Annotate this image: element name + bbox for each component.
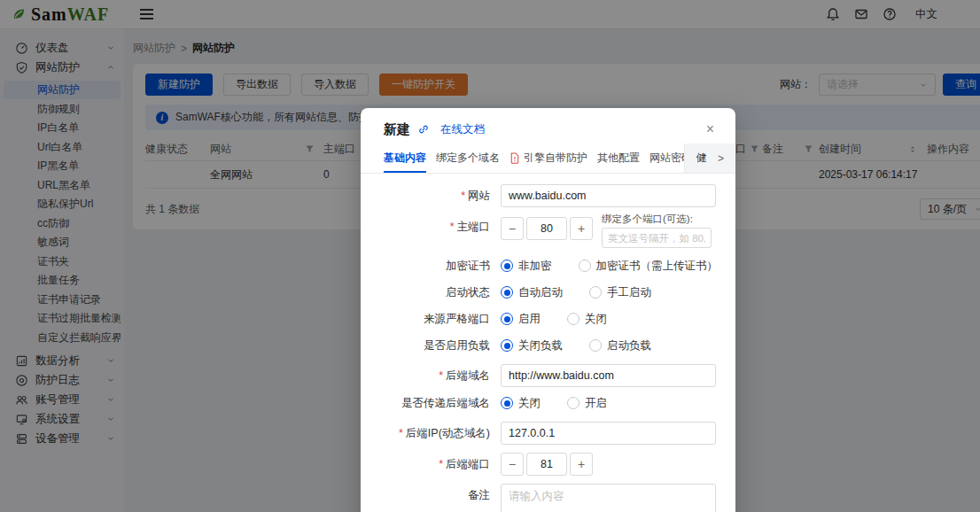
radio-unchecked-icon xyxy=(567,313,579,325)
field-label: 后端IP(动态域名) xyxy=(406,427,490,439)
radio-option-load-on[interactable]: 启动负载 xyxy=(589,338,651,353)
radio-checked-icon xyxy=(501,339,513,352)
radio-unchecked-icon xyxy=(589,286,602,299)
radio-checked-icon xyxy=(501,260,513,272)
required-mark: * xyxy=(399,427,403,439)
form-row-backend-port: *后端端口 − 81 + xyxy=(368,453,718,476)
main-port-value[interactable]: 80 xyxy=(526,217,567,240)
radio-option-auto-start[interactable]: 自动启动 xyxy=(501,285,563,300)
new-protection-modal: 新建 在线文档 × 基础内容 绑定多个域名 引擎自带防护 其他配置 网站密码访问… xyxy=(361,108,735,512)
tab-other-config[interactable]: 其他配置 xyxy=(597,144,640,173)
radio-unchecked-icon xyxy=(567,397,579,409)
required-mark: * xyxy=(450,221,455,233)
link-icon xyxy=(417,123,430,136)
modal-header: 新建 在线文档 × xyxy=(361,108,735,144)
stepper-minus-button[interactable]: − xyxy=(501,453,524,476)
required-mark: * xyxy=(439,458,443,470)
remark-textarea[interactable] xyxy=(501,484,716,512)
modal-title: 新建 xyxy=(384,121,410,138)
radio-option-no-encrypt[interactable]: 非加密 xyxy=(501,259,552,274)
field-label: 后端域名 xyxy=(446,369,490,382)
multi-port-input[interactable] xyxy=(602,228,712,248)
tabs-scroll-right-icon[interactable]: > xyxy=(718,152,724,165)
radio-option-enable[interactable]: 启用 xyxy=(501,312,541,327)
radio-option-manual-start[interactable]: 手工启动 xyxy=(589,285,651,300)
main-port-stepper: − 80 + xyxy=(501,217,593,240)
field-label: 主端口 xyxy=(457,221,491,233)
online-docs-link[interactable]: 在线文档 xyxy=(440,122,485,137)
field-label: 来源严格端口 xyxy=(368,311,501,327)
multi-port-label: 绑定多个端口(可选): xyxy=(602,213,712,226)
radio-option-pass-off[interactable]: 关闭 xyxy=(501,396,541,411)
radio-option-load-off[interactable]: 关闭负载 xyxy=(501,338,563,353)
form-row-remark: 备注 xyxy=(368,484,718,512)
close-icon[interactable]: × xyxy=(703,120,718,138)
tab-basic-content[interactable]: 基础内容 xyxy=(384,144,426,173)
backend-domain-input[interactable] xyxy=(501,364,716,387)
required-mark: * xyxy=(461,190,465,202)
form-row-backend-ip: *后端IP(动态域名) xyxy=(368,422,718,445)
field-label: 后端端口 xyxy=(446,458,490,470)
field-label: 加密证书 xyxy=(368,258,501,274)
radio-checked-icon xyxy=(501,397,513,409)
radio-unchecked-icon xyxy=(579,260,591,272)
radio-option-disable[interactable]: 关闭 xyxy=(567,312,607,327)
form-row-strict-port: 来源严格端口 启用 关闭 xyxy=(368,311,718,327)
field-label: 网站 xyxy=(468,190,490,202)
radio-option-pass-on[interactable]: 开启 xyxy=(567,396,607,411)
form-row-cert: 加密证书 非加密 加密证书（需上传证书） xyxy=(368,258,718,274)
stepper-plus-button[interactable]: + xyxy=(570,453,593,476)
modal-tabs: 基础内容 绑定多个域名 引擎自带防护 其他配置 网站密码访问 健 > xyxy=(361,144,735,174)
form-row-pass-domain: 是否传递后端域名 关闭 开启 xyxy=(368,395,718,411)
radio-unchecked-icon xyxy=(589,339,602,352)
form-row-website: *网站 xyxy=(368,184,718,207)
backend-port-value[interactable]: 81 xyxy=(526,453,567,476)
tab-engine-protection[interactable]: 引擎自带防护 xyxy=(509,144,587,173)
field-label: 是否传递后端域名 xyxy=(368,395,501,411)
red-file-icon xyxy=(509,152,520,164)
stepper-plus-button[interactable]: + xyxy=(570,217,593,240)
radio-option-encrypt-cert[interactable]: 加密证书（需上传证书） xyxy=(579,259,719,274)
backend-port-stepper: − 81 + xyxy=(501,453,593,476)
tabs-overflow-area: 健 > xyxy=(684,144,735,173)
form-row-load-balance: 是否启用负载 关闭负载 启动负载 xyxy=(368,337,718,353)
required-mark: * xyxy=(439,369,443,382)
radio-checked-icon xyxy=(501,286,513,299)
form-row-start-state: 启动状态 自动启动 手工启动 xyxy=(368,284,718,300)
website-input[interactable] xyxy=(501,184,716,207)
field-label: 启动状态 xyxy=(368,284,501,300)
radio-checked-icon xyxy=(501,313,513,325)
tab-bind-domains[interactable]: 绑定多个域名 xyxy=(436,144,500,173)
tab-truncated[interactable]: 健 xyxy=(696,151,707,166)
modal-form: *网站 *主端口 − 80 + 绑定多个端口(可选): 加密证书 非加密 xyxy=(361,174,735,512)
form-row-backend-domain: *后端域名 xyxy=(368,364,718,387)
stepper-minus-button[interactable]: − xyxy=(501,217,524,240)
backend-ip-input[interactable] xyxy=(501,422,716,445)
field-label: 备注 xyxy=(368,484,501,507)
multi-port-block: 绑定多个端口(可选): xyxy=(602,213,712,248)
field-label: 是否启用负载 xyxy=(368,337,501,353)
form-row-main-port: *主端口 − 80 + 绑定多个端口(可选): xyxy=(368,215,718,248)
